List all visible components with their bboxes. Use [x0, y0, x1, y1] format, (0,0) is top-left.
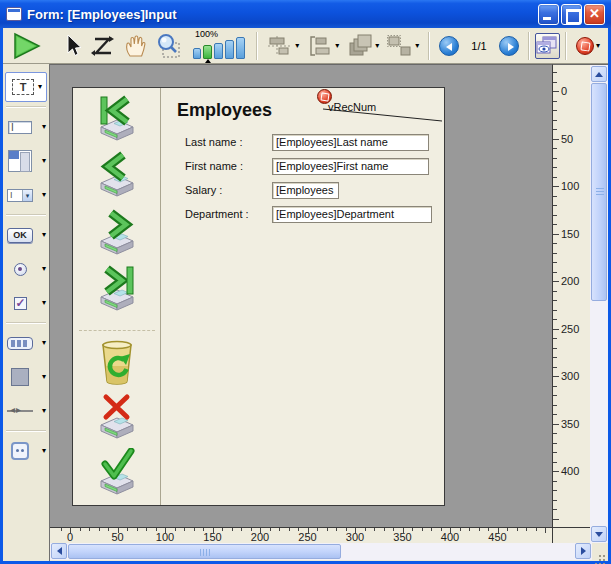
plugin-tool-button[interactable]: ▾ — [3, 434, 49, 468]
align-dropdown-button[interactable]: ▾ — [263, 31, 303, 61]
radio-tool-button[interactable]: ▾ — [3, 252, 49, 286]
move-level-dropdown-button[interactable]: ▾ — [343, 31, 383, 61]
scroll-right-button[interactable] — [575, 543, 591, 559]
entry-order-tool-button[interactable] — [87, 31, 119, 61]
next-page-button[interactable] — [495, 31, 523, 61]
input-tool-button[interactable]: I ▾ — [3, 110, 49, 144]
vertical-scrollbar[interactable] — [590, 64, 608, 543]
field-input-department[interactable]: [Employees]Department — [272, 206, 432, 223]
checkbox-tool-icon — [14, 297, 27, 310]
splitter-tool-dropdown[interactable]: ▾ — [42, 407, 46, 415]
list-box-tool-button[interactable]: ▾ — [3, 144, 49, 178]
ruler-tick — [553, 272, 557, 273]
titlebar[interactable]: Form: [Employees]Input — [0, 0, 611, 28]
last-record-button[interactable] — [93, 264, 141, 316]
close-button[interactable] — [584, 4, 605, 25]
vertical-scroll-thumb[interactable] — [591, 83, 607, 301]
list-box-tool-dropdown[interactable]: ▾ — [42, 157, 46, 165]
form-editor-window: Form: [Employees]Input — [0, 0, 611, 564]
ruler-tick — [553, 490, 557, 491]
rectangle-tool-dropdown[interactable]: ▾ — [42, 373, 46, 381]
form-title-object[interactable]: Employees — [177, 100, 272, 121]
resize-dropdown-button[interactable]: ▾ — [383, 31, 423, 61]
resize-grip[interactable] — [592, 543, 608, 560]
zoom-bar-800[interactable] — [236, 37, 245, 59]
ruler-label: 400 — [561, 465, 579, 477]
record-number-variable[interactable]: vRecNum — [328, 101, 376, 113]
rectangle-tool-button[interactable]: ▾ — [3, 360, 49, 394]
ruler-tick — [232, 528, 233, 531]
ruler-tick — [553, 519, 559, 520]
ruler-label: 250 — [561, 323, 579, 335]
field-label[interactable]: First name : — [185, 158, 243, 175]
previous-page-button[interactable] — [435, 31, 463, 61]
button-grid-tool-dropdown[interactable]: ▾ — [42, 339, 46, 347]
accept-record-button[interactable] — [93, 448, 141, 500]
input-tool-dropdown[interactable]: ▾ — [42, 123, 46, 131]
ruler-tick — [553, 72, 557, 73]
first-record-button[interactable] — [93, 94, 141, 146]
ruler-tick — [553, 110, 557, 111]
field-input-first-name[interactable]: [Employees]First name — [272, 158, 429, 175]
field-label[interactable]: Department : — [185, 206, 249, 223]
pointer-tool-button[interactable] — [59, 31, 87, 61]
button-grid-tool-button[interactable]: ▾ — [3, 326, 49, 360]
button-tool-button[interactable]: OK ▾ — [3, 218, 49, 252]
horizontal-ruler: 050100150200250300350400450 — [50, 527, 552, 543]
ruler-tick — [553, 471, 559, 472]
variable-badge-icon[interactable] — [317, 89, 332, 104]
ruler-tick — [80, 528, 81, 531]
delete-record-button[interactable] — [93, 336, 141, 388]
zoom-scale-control[interactable]: 100% — [193, 30, 251, 62]
ruler-tick — [553, 452, 557, 453]
next-record-button[interactable] — [93, 208, 141, 260]
move-tool-button[interactable] — [119, 31, 151, 61]
ruler-tick — [553, 129, 557, 130]
execute-form-button[interactable] — [7, 31, 45, 61]
field-input-last-name[interactable]: [Employees]Last name — [272, 134, 429, 151]
zoom-bar-100[interactable] — [203, 45, 212, 59]
plugin-tool-dropdown[interactable]: ▾ — [42, 447, 46, 455]
ruler-label: 350 — [393, 531, 411, 543]
preview-button[interactable] — [535, 33, 560, 59]
checkbox-tool-button[interactable]: ▾ — [3, 286, 49, 320]
horizontal-scroll-thumb[interactable] — [68, 544, 341, 559]
form-canvas[interactable]: Employees vRecNum Last name : [Employees… — [50, 64, 552, 527]
minimize-button[interactable] — [538, 4, 559, 25]
distribute-icon — [307, 35, 333, 57]
form-page[interactable]: Employees vRecNum Last name : [Employees… — [72, 87, 445, 506]
checkbox-tool-dropdown[interactable]: ▾ — [42, 299, 46, 307]
zoom-bar-50[interactable] — [193, 48, 201, 59]
ruler-tick — [553, 243, 557, 244]
ruler-label: 0 — [67, 531, 73, 543]
button-tool-icon: OK — [7, 228, 33, 243]
field-label[interactable]: Last name : — [185, 134, 242, 151]
ruler-tick — [374, 528, 375, 531]
distribute-dropdown-button[interactable]: ▾ — [303, 31, 343, 61]
zoom-bar-200[interactable] — [214, 43, 223, 59]
cancel-record-button[interactable] — [93, 392, 141, 444]
text-tool-dropdown[interactable]: ▾ — [38, 83, 42, 91]
zoom-bar-400[interactable] — [225, 40, 234, 59]
field-label[interactable]: Salary : — [185, 182, 222, 199]
scroll-up-button[interactable] — [591, 66, 607, 82]
zoom-tool-button[interactable] — [151, 31, 185, 61]
text-tool-button[interactable]: T ▾ — [5, 72, 47, 102]
maximize-button[interactable] — [561, 4, 582, 25]
combo-box-tool-button[interactable]: I ▾ — [3, 178, 49, 212]
insert-fields-dropdown-button[interactable]: ▾ — [572, 31, 604, 61]
nav-separator-line[interactable] — [79, 330, 155, 331]
scroll-left-button[interactable] — [51, 543, 67, 559]
field-input-salary[interactable]: [Employees — [272, 182, 339, 199]
ruler-tick — [553, 481, 557, 482]
scroll-down-button[interactable] — [591, 526, 607, 542]
radio-tool-dropdown[interactable]: ▾ — [42, 265, 46, 273]
ruler-tick — [553, 91, 559, 92]
button-tool-dropdown[interactable]: ▾ — [42, 231, 46, 239]
toolbar-separator — [256, 32, 258, 60]
ruler-tick — [241, 528, 242, 531]
horizontal-scrollbar[interactable] — [50, 543, 592, 560]
combo-box-tool-dropdown[interactable]: ▾ — [42, 191, 46, 199]
splitter-tool-button[interactable]: ▾ — [3, 394, 49, 428]
previous-record-button[interactable] — [93, 150, 141, 202]
